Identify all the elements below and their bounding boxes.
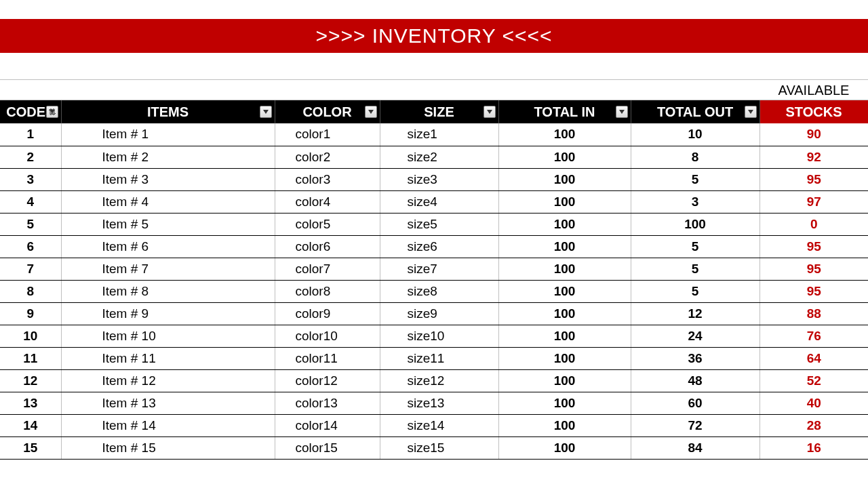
- cell-item[interactable]: Item # 12: [61, 369, 275, 392]
- cell-stock[interactable]: 92: [760, 146, 868, 168]
- cell-code[interactable]: 5: [0, 213, 61, 235]
- cell-color[interactable]: color7: [275, 258, 380, 280]
- cell-code[interactable]: 4: [0, 190, 61, 213]
- cell-size[interactable]: size14: [380, 414, 498, 436]
- header-color[interactable]: COLOR: [275, 100, 380, 123]
- cell-code[interactable]: 3: [0, 168, 61, 190]
- cell-total-in[interactable]: 100: [498, 235, 631, 258]
- cell-size[interactable]: size6: [380, 235, 498, 258]
- cell-color[interactable]: color15: [275, 436, 380, 459]
- cell-stock[interactable]: 28: [760, 414, 868, 436]
- cell-stock[interactable]: 76: [760, 325, 868, 347]
- cell-code[interactable]: 8: [0, 280, 61, 302]
- cell-total-out[interactable]: 84: [631, 436, 760, 459]
- cell-total-in[interactable]: 100: [498, 436, 631, 459]
- cell-total-in[interactable]: 100: [498, 213, 631, 235]
- header-codes[interactable]: CODES: [0, 100, 61, 123]
- cell-stock[interactable]: 90: [760, 123, 868, 146]
- cell-stock[interactable]: 97: [760, 190, 868, 213]
- header-items[interactable]: ITEMS: [61, 100, 275, 123]
- cell-size[interactable]: size2: [380, 146, 498, 168]
- cell-total-out[interactable]: 10: [631, 123, 760, 146]
- cell-total-out[interactable]: 60: [631, 392, 760, 414]
- cell-code[interactable]: 13: [0, 392, 61, 414]
- cell-item[interactable]: Item # 11: [61, 347, 275, 369]
- cell-total-out[interactable]: 5: [631, 258, 760, 280]
- cell-code[interactable]: 12: [0, 369, 61, 392]
- cell-size[interactable]: size3: [380, 168, 498, 190]
- cell-size[interactable]: size7: [380, 258, 498, 280]
- cell-total-in[interactable]: 100: [498, 168, 631, 190]
- cell-size[interactable]: size9: [380, 302, 498, 325]
- cell-color[interactable]: color6: [275, 235, 380, 258]
- cell-stock[interactable]: 95: [760, 258, 868, 280]
- cell-size[interactable]: size12: [380, 369, 498, 392]
- filter-dropdown-icon[interactable]: [484, 106, 496, 118]
- cell-total-in[interactable]: 100: [498, 190, 631, 213]
- filter-dropdown-icon[interactable]: [365, 106, 377, 118]
- cell-item[interactable]: Item # 15: [61, 436, 275, 459]
- cell-item[interactable]: Item # 7: [61, 258, 275, 280]
- cell-color[interactable]: color10: [275, 325, 380, 347]
- cell-total-in[interactable]: 100: [498, 392, 631, 414]
- cell-total-in[interactable]: 100: [498, 123, 631, 146]
- cell-code[interactable]: 14: [0, 414, 61, 436]
- cell-size[interactable]: size5: [380, 213, 498, 235]
- cell-code[interactable]: 6: [0, 235, 61, 258]
- cell-total-out[interactable]: 48: [631, 369, 760, 392]
- cell-item[interactable]: Item # 5: [61, 213, 275, 235]
- cell-size[interactable]: size11: [380, 347, 498, 369]
- cell-total-out[interactable]: 3: [631, 190, 760, 213]
- cell-stock[interactable]: 40: [760, 392, 868, 414]
- cell-item[interactable]: Item # 9: [61, 302, 275, 325]
- cell-stock[interactable]: 0: [760, 213, 868, 235]
- cell-item[interactable]: Item # 3: [61, 168, 275, 190]
- cell-color[interactable]: color9: [275, 302, 380, 325]
- cell-code[interactable]: 11: [0, 347, 61, 369]
- cell-size[interactable]: size10: [380, 325, 498, 347]
- cell-color[interactable]: color3: [275, 168, 380, 190]
- cell-item[interactable]: Item # 4: [61, 190, 275, 213]
- cell-color[interactable]: color13: [275, 392, 380, 414]
- cell-stock[interactable]: 64: [760, 347, 868, 369]
- cell-total-out[interactable]: 5: [631, 280, 760, 302]
- filter-dropdown-icon[interactable]: [616, 106, 628, 118]
- cell-color[interactable]: color4: [275, 190, 380, 213]
- cell-total-in[interactable]: 100: [498, 347, 631, 369]
- cell-size[interactable]: size15: [380, 436, 498, 459]
- cell-total-in[interactable]: 100: [498, 146, 631, 168]
- cell-item[interactable]: Item # 8: [61, 280, 275, 302]
- cell-size[interactable]: size13: [380, 392, 498, 414]
- cell-total-in[interactable]: 100: [498, 280, 631, 302]
- cell-total-in[interactable]: 100: [498, 302, 631, 325]
- cell-item[interactable]: Item # 10: [61, 325, 275, 347]
- cell-item[interactable]: Item # 13: [61, 392, 275, 414]
- cell-code[interactable]: 15: [0, 436, 61, 459]
- cell-color[interactable]: color11: [275, 347, 380, 369]
- cell-total-out[interactable]: 5: [631, 168, 760, 190]
- cell-item[interactable]: Item # 1: [61, 123, 275, 146]
- header-total-out[interactable]: TOTAL OUT: [631, 100, 760, 123]
- header-total-in[interactable]: TOTAL IN: [498, 100, 631, 123]
- cell-stock[interactable]: 95: [760, 235, 868, 258]
- cell-item[interactable]: Item # 2: [61, 146, 275, 168]
- cell-total-out[interactable]: 8: [631, 146, 760, 168]
- cell-color[interactable]: color5: [275, 213, 380, 235]
- cell-code[interactable]: 7: [0, 258, 61, 280]
- cell-total-out[interactable]: 36: [631, 347, 760, 369]
- cell-item[interactable]: Item # 14: [61, 414, 275, 436]
- cell-stock[interactable]: 88: [760, 302, 868, 325]
- cell-total-in[interactable]: 100: [498, 369, 631, 392]
- cell-total-in[interactable]: 100: [498, 258, 631, 280]
- cell-size[interactable]: size1: [380, 123, 498, 146]
- cell-total-out[interactable]: 72: [631, 414, 760, 436]
- cell-total-in[interactable]: 100: [498, 325, 631, 347]
- sort-icon[interactable]: [46, 106, 58, 118]
- cell-color[interactable]: color2: [275, 146, 380, 168]
- cell-stock[interactable]: 95: [760, 280, 868, 302]
- cell-code[interactable]: 1: [0, 123, 61, 146]
- filter-dropdown-icon[interactable]: [745, 106, 757, 118]
- cell-color[interactable]: color1: [275, 123, 380, 146]
- cell-stock[interactable]: 95: [760, 168, 868, 190]
- cell-total-out[interactable]: 100: [631, 213, 760, 235]
